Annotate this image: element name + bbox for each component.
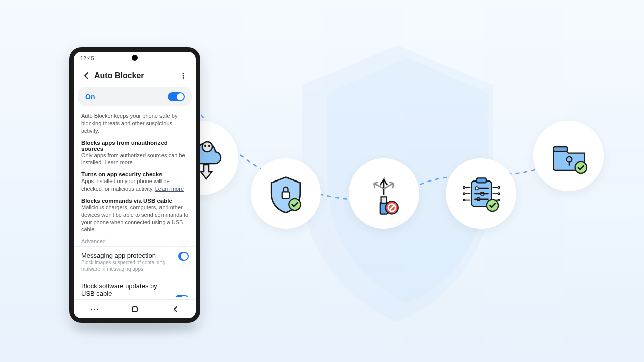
phone-shadow [73, 322, 199, 332]
section-desc: Apps installed on your phone will be che… [81, 177, 189, 193]
nav-back-button[interactable] [168, 302, 183, 317]
svg-point-38 [183, 73, 184, 74]
section-title: Blocks apps from unauthorized sources [81, 140, 189, 152]
section-title: Blocks commands via USB cable [81, 198, 189, 204]
advanced-block-usb-updates[interactable]: Block software updates by USB cable Prev… [74, 277, 196, 297]
svg-point-15 [475, 187, 478, 190]
svg-rect-6 [282, 192, 289, 198]
svg-rect-44 [132, 307, 137, 312]
page-title: Auto Blocker [94, 71, 176, 80]
more-options-button[interactable] [176, 68, 191, 83]
phone-mockup: 12:45 Auto Blocker On Auto Blocker keeps… [69, 47, 200, 323]
adv-title: Block software updates by USB cable [81, 282, 170, 297]
section-security-checks: Turns on app security checks Apps instal… [81, 171, 189, 193]
svg-point-2 [208, 145, 210, 147]
svg-point-39 [183, 75, 184, 77]
back-button[interactable] [79, 68, 94, 83]
feature-app-security-checks [251, 158, 321, 229]
status-time: 12:45 [80, 55, 94, 61]
section-block-apps: Blocks apps from unauthorized sources On… [81, 140, 189, 167]
section-title: Turns on app security checks [81, 171, 189, 177]
feature-secure-folder [533, 121, 604, 191]
advanced-label: Advanced [81, 238, 189, 244]
feature-advanced-settings [446, 158, 516, 229]
app-header: Auto Blocker [74, 65, 196, 87]
section-usb-commands: Blocks commands via USB cable Malicious … [81, 198, 189, 233]
master-toggle-row[interactable]: On [78, 87, 192, 106]
recents-button[interactable] [87, 302, 102, 317]
svg-point-0 [202, 142, 212, 152]
home-button[interactable] [127, 302, 142, 317]
learn-more-link[interactable]: Learn more [104, 159, 132, 165]
svg-rect-9 [381, 197, 387, 203]
master-toggle-label: On [85, 93, 95, 101]
intro-text: Auto Blocker keeps your phone safe by bl… [81, 112, 189, 135]
svg-point-28 [498, 187, 500, 189]
svg-point-22 [463, 187, 465, 189]
svg-point-24 [463, 193, 465, 195]
feature-block-usb-commands [349, 158, 419, 229]
svg-point-26 [463, 199, 465, 201]
learn-more-link[interactable]: Learn more [155, 186, 184, 192]
settings-content: Auto Blocker keeps your phone safe by bl… [74, 111, 196, 297]
svg-point-32 [498, 199, 500, 201]
block-usb-updates-toggle[interactable] [175, 295, 189, 297]
advanced-messaging-protection[interactable]: Messaging app protection Block images su… [74, 246, 196, 277]
svg-rect-14 [477, 178, 486, 183]
svg-point-30 [498, 193, 500, 195]
master-toggle-switch[interactable] [168, 92, 185, 101]
adv-desc: Block images suspected of containing mal… [81, 259, 173, 273]
section-desc: Malicious chargers, computers, and other… [81, 204, 189, 233]
camera-icon [132, 55, 138, 61]
svg-point-40 [183, 77, 184, 79]
messaging-protection-toggle[interactable] [178, 252, 189, 261]
svg-rect-34 [553, 147, 567, 151]
section-desc: Only apps from authorized sources can be… [81, 152, 189, 167]
android-nav-bar [74, 299, 196, 318]
adv-title: Messaging app protection [81, 252, 173, 259]
svg-point-1 [204, 145, 206, 147]
